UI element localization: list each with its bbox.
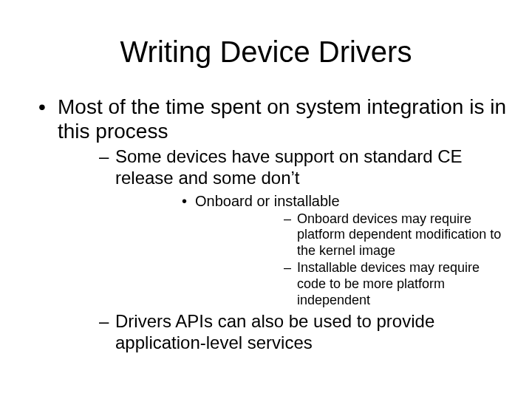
bullet-lvl1: Most of the time spent on system integra… (22, 95, 510, 354)
bullet-text: Drivers APIs can also be used to provide… (115, 311, 434, 352)
bullet-lvl3: Onboard or installable Onboard devices m… (115, 192, 510, 309)
slide-title: Writing Device Drivers (22, 35, 510, 69)
bullet-sublist: Some devices have support on standard CE… (58, 146, 510, 354)
bullet-lvl4: Onboard devices may require platform dep… (195, 211, 510, 259)
bullet-sublist: Onboard or installable Onboard devices m… (115, 192, 510, 309)
bullet-text: Installable devices may require code to … (297, 260, 480, 307)
bullet-list: Most of the time spent on system integra… (22, 95, 510, 354)
bullet-lvl2: Some devices have support on standard CE… (58, 146, 510, 308)
bullet-sublist: Onboard devices may require platform dep… (195, 211, 510, 309)
bullet-text: Some devices have support on standard CE… (115, 146, 463, 188)
bullet-text: Onboard devices may require platform dep… (297, 211, 501, 258)
bullet-text: Most of the time spent on system integra… (58, 95, 506, 143)
bullet-lvl2: Drivers APIs can also be used to provide… (58, 311, 510, 354)
bullet-lvl4: Installable devices may require code to … (195, 260, 510, 308)
slide: Writing Device Drivers Most of the time … (0, 0, 532, 399)
bullet-text: Onboard or installable (195, 193, 340, 209)
